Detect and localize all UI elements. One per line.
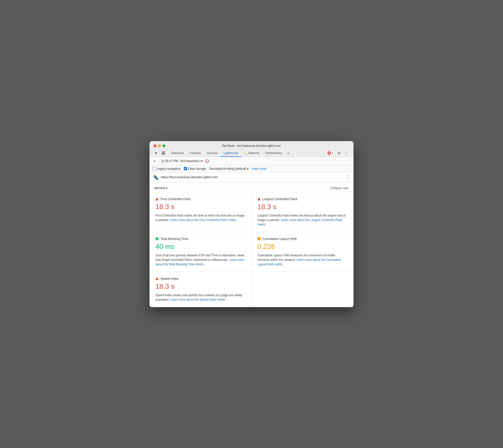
metrics-grid: First Contentful Paint 18.3 s First Cont… xyxy=(150,192,353,307)
devtools-tabs: Elements Console Sources Lighthouse ⚠ Ne… xyxy=(153,150,350,157)
tab-icon-group xyxy=(153,150,166,156)
url-more-button[interactable]: ⋮ xyxy=(346,174,351,180)
error-icon: ✕ xyxy=(327,151,331,155)
metrics-header: METRICS Collapse view xyxy=(150,182,353,192)
tab-right-controls: ✕ 4 ⚙ ⋮ xyxy=(326,150,350,156)
block-icon[interactable]: 🚫 xyxy=(205,159,209,163)
page-url: https://foul-heavenly-direction.glitch.m… xyxy=(161,175,344,179)
legacy-navigation-input[interactable] xyxy=(152,167,156,170)
metric-cls: Cumulative Layout Shift 0.226 Cumulative… xyxy=(252,232,353,272)
metric-tbt-header: Total Blocking Time xyxy=(155,237,245,241)
metric-si: Speed Index 18.3 s Speed Index shows how… xyxy=(150,272,252,307)
svg-rect-0 xyxy=(162,152,163,153)
svg-rect-2 xyxy=(162,153,163,155)
tab-more[interactable]: » xyxy=(285,150,291,157)
metric-fcp-header: First Contentful Paint xyxy=(155,197,245,201)
cursor-icon[interactable] xyxy=(153,150,159,156)
lcp-value: 18.3 s xyxy=(257,203,348,211)
tab-elements[interactable]: Elements xyxy=(168,150,187,157)
tab-lighthouse[interactable]: Lighthouse xyxy=(221,150,241,157)
toolbar: + 12:35:47 PM - foul-heavenly-c ▾ 🚫 xyxy=(150,157,353,166)
cls-name: Cumulative Layout Shift xyxy=(262,237,297,241)
throttling-dropdown[interactable]: Simulated throttling (default) ▾ xyxy=(209,167,249,170)
lcp-indicator-icon xyxy=(257,197,260,200)
metric-tbt: Total Blocking Time 40 ms Sum of all tim… xyxy=(150,232,252,272)
metric-lcp: Largest Contentful Paint 18.3 s Largest … xyxy=(252,192,353,232)
collapse-view-button[interactable]: Collapse view xyxy=(330,186,349,190)
fcp-value: 18.3 s xyxy=(155,203,245,211)
legacy-navigation-checkbox[interactable]: Legacy navigation xyxy=(152,167,181,170)
traffic-lights xyxy=(153,144,165,147)
clear-storage-checkbox[interactable]: Clear storage xyxy=(184,167,206,170)
tbt-value: 40 ms xyxy=(155,243,245,251)
lcp-name: Largest Contentful Paint xyxy=(262,197,297,201)
si-indicator-icon xyxy=(155,277,158,280)
fcp-indicator-icon xyxy=(155,197,158,200)
fcp-name: First Contentful Paint xyxy=(160,197,191,201)
metric-si-empty xyxy=(252,272,353,307)
throttling-label: Simulated throttling (default) xyxy=(209,167,246,170)
si-name: Speed Index xyxy=(160,277,179,280)
cls-description: Cumulative Layout Shift measures the mov… xyxy=(257,253,348,267)
close-button[interactable] xyxy=(153,144,156,147)
metric-si-header: Speed Index xyxy=(155,277,245,280)
tbt-name: Total Blocking Time xyxy=(160,237,188,241)
learn-more-link[interactable]: Learn more xyxy=(252,167,267,170)
network-warning-icon: ⚠ xyxy=(244,151,247,155)
svg-rect-1 xyxy=(164,152,165,153)
fcp-learn-more-link[interactable]: Learn more about the First Contentful Pa… xyxy=(170,218,236,222)
si-learn-more-link[interactable]: Learn more about the Speed Index metric xyxy=(170,298,225,301)
dropdown-arrow-icon: ▾ xyxy=(201,159,203,163)
session-timestamp: 12:35:47 PM - foul-heavenly-c xyxy=(161,159,201,163)
more-options-button[interactable]: ⋮ xyxy=(344,150,350,156)
tab-performance[interactable]: Performance xyxy=(262,150,285,157)
url-bar: 🔦 https://foul-heavenly-direction.glitch… xyxy=(150,172,353,182)
legacy-navigation-label: Legacy navigation xyxy=(157,167,181,170)
window-title: DevTools - foul-heavenly-direction.glitc… xyxy=(153,144,350,148)
tab-network[interactable]: ⚠ Network xyxy=(241,150,262,157)
metrics-section-title: METRICS xyxy=(154,187,168,190)
add-button[interactable]: + xyxy=(152,158,157,164)
tab-sources[interactable]: Sources xyxy=(204,150,221,157)
error-count: 4 xyxy=(332,152,333,155)
cls-indicator-icon xyxy=(257,237,260,240)
clear-storage-input[interactable] xyxy=(184,167,187,170)
devtools-window: DevTools - foul-heavenly-direction.glitc… xyxy=(150,141,353,307)
inspect-icon[interactable] xyxy=(160,150,166,156)
metric-fcp: First Contentful Paint 18.3 s First Cont… xyxy=(150,192,252,232)
si-description: Speed Index shows how quickly the conten… xyxy=(155,293,245,302)
minimize-button[interactable] xyxy=(158,144,161,147)
title-bar: DevTools - foul-heavenly-direction.glitc… xyxy=(150,141,353,157)
cls-value: 0.226 xyxy=(257,243,348,251)
tab-console[interactable]: Console xyxy=(187,150,204,157)
metric-cls-header: Cumulative Layout Shift xyxy=(257,237,348,241)
svg-rect-3 xyxy=(164,153,165,155)
tabs-list: Elements Console Sources Lighthouse ⚠ Ne… xyxy=(168,150,326,157)
settings-button[interactable]: ⚙ xyxy=(336,150,342,156)
tbt-description: Sum of all time periods between FCP and … xyxy=(155,253,245,267)
toolbar-divider xyxy=(159,159,159,163)
options-bar: Legacy navigation Clear storage Simulate… xyxy=(150,166,353,172)
clear-storage-label: Clear storage xyxy=(188,167,206,170)
lighthouse-logo-icon: 🔦 xyxy=(152,174,159,180)
main-content: METRICS Collapse view First Contentful P… xyxy=(150,182,353,307)
si-value: 18.3 s xyxy=(155,282,245,290)
session-dropdown[interactable]: 12:35:47 PM - foul-heavenly-c ▾ xyxy=(161,159,203,163)
error-badge[interactable]: ✕ 4 xyxy=(326,151,335,156)
maximize-button[interactable] xyxy=(162,144,165,147)
tbt-indicator-icon xyxy=(155,237,158,240)
lcp-description: Largest Contentful Paint marks the time … xyxy=(257,213,348,227)
fcp-description: First Contentful Paint marks the time at… xyxy=(155,213,245,222)
throttling-arrow-icon: ▾ xyxy=(247,167,249,170)
metric-lcp-header: Largest Contentful Paint xyxy=(257,197,348,201)
